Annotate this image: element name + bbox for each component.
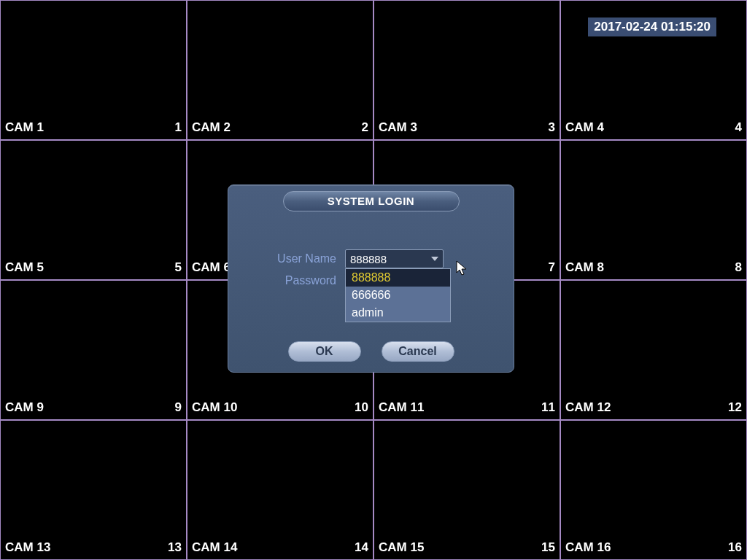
cam-label: CAM 3 [379, 120, 417, 135]
cam-label: CAM 13 [5, 540, 50, 555]
cancel-button[interactable]: Cancel [382, 341, 454, 362]
dialog-buttons: OK Cancel [250, 341, 492, 362]
username-row: User Name 888888 888888 666666 admin [250, 249, 492, 268]
camera-cell[interactable]: CAM 11 [0, 0, 187, 140]
cam-label: CAM 4 [565, 120, 604, 135]
cam-number: 10 [355, 400, 368, 415]
cam-number: 11 [541, 400, 555, 415]
chevron-down-icon [431, 257, 438, 261]
ok-button[interactable]: OK [288, 341, 361, 362]
cam-number: 7 [549, 260, 555, 275]
camera-cell[interactable]: CAM 1212 [560, 280, 747, 420]
dropdown-option[interactable]: admin [346, 304, 450, 322]
cam-label: CAM 1 [5, 120, 44, 135]
dropdown-option[interactable]: 666666 [346, 287, 450, 304]
cam-label: CAM 10 [192, 400, 237, 415]
cam-label: CAM 14 [192, 540, 237, 555]
password-label: Password [250, 274, 345, 287]
dropdown-option[interactable]: 888888 [346, 269, 450, 287]
cam-label: CAM 8 [565, 260, 604, 275]
cam-label: CAM 2 [192, 120, 231, 135]
camera-cell[interactable]: CAM 1313 [0, 420, 187, 560]
cam-label: CAM 9 [5, 400, 44, 415]
cam-label: CAM 11 [379, 400, 424, 415]
camera-cell[interactable]: CAM 1616 [560, 420, 747, 560]
login-dialog: SYSTEM LOGIN User Name 888888 888888 666… [228, 184, 514, 373]
username-value: 888888 [350, 253, 387, 265]
camera-cell[interactable]: CAM 33 [374, 0, 560, 140]
cam-number: 3 [549, 120, 555, 135]
cam-number: 15 [541, 540, 555, 555]
cam-number: 13 [168, 540, 182, 555]
camera-cell[interactable]: CAM 99 [0, 280, 187, 420]
camera-cell[interactable]: CAM 88 [560, 140, 747, 280]
dialog-title: SYSTEM LOGIN [283, 191, 460, 211]
camera-cell[interactable]: CAM 1515 [374, 420, 560, 560]
cam-label: CAM 6 [192, 260, 231, 275]
camera-cell[interactable]: CAM 55 [0, 140, 187, 280]
cam-label: CAM 15 [379, 540, 424, 555]
cam-label: CAM 5 [5, 260, 44, 275]
cam-number: 4 [735, 120, 742, 135]
username-label: User Name [250, 252, 345, 265]
cam-number: 1 [175, 120, 182, 135]
cam-number: 9 [175, 400, 182, 415]
timestamp-overlay: 2017-02-24 01:15:20 [588, 18, 716, 36]
username-select[interactable]: 888888 [345, 249, 444, 268]
camera-cell[interactable]: CAM 1414 [187, 420, 374, 560]
cam-label: CAM 16 [565, 540, 611, 555]
cam-number: 8 [735, 260, 742, 275]
login-form: User Name 888888 888888 666666 admin Pas… [228, 211, 514, 369]
camera-cell[interactable]: CAM 22 [187, 0, 374, 140]
cam-number: 5 [175, 260, 182, 275]
cam-number: 14 [355, 540, 368, 555]
cam-number: 16 [728, 540, 742, 555]
username-dropdown: 888888 666666 admin [345, 268, 451, 322]
cam-label: CAM 12 [565, 400, 611, 415]
cam-number: 12 [728, 400, 742, 415]
cam-number: 2 [362, 120, 368, 135]
